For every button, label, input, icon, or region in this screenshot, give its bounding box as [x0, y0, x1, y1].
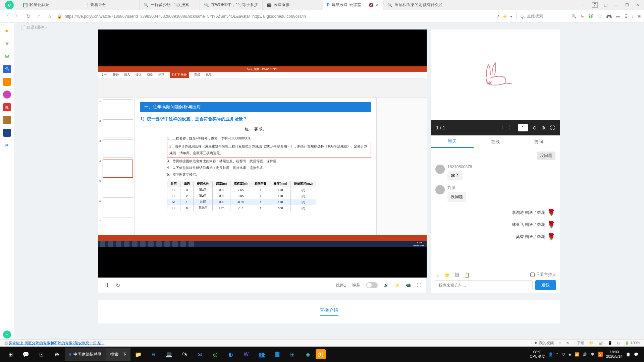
host-only-checkbox[interactable]: 只看主持人: [530, 272, 556, 278]
taskbar-store-icon[interactable]: 🛍: [177, 347, 192, 362]
taskbar-app6-icon[interactable]: 测: [316, 349, 326, 359]
tray-people-icon[interactable]: 👤: [548, 352, 553, 357]
chat-input[interactable]: [435, 280, 533, 290]
cortana-icon[interactable]: 💬: [18, 347, 34, 362]
zoom-in-icon[interactable]: ⊕: [541, 125, 545, 130]
refresh-button[interactable]: ↻: [25, 13, 32, 20]
camera-icon[interactable]: 📹: [406, 283, 411, 288]
my-videos-link[interactable]: ▶ 我的视频: [534, 341, 554, 346]
prev-page-icon[interactable]: 〈: [499, 125, 504, 131]
ext4-icon[interactable]: ⊡: [617, 341, 620, 345]
settings-icon[interactable]: ⚡: [395, 283, 400, 288]
sidebar-app1-icon[interactable]: 讯: [3, 65, 11, 73]
ext-download-icon[interactable]: ↓: [632, 14, 634, 19]
intro-tab[interactable]: 直播介绍: [320, 307, 338, 316]
download-link[interactable]: ↓ 下载: [574, 341, 584, 346]
tab-1[interactable]: 📋轻量化认证: [19, 0, 79, 10]
tray-up-icon[interactable]: ^: [556, 352, 558, 356]
tab-7[interactable]: 🔍压顶和圈梁的定额有什么区: [383, 0, 447, 10]
start-button[interactable]: ⊞: [3, 347, 18, 362]
favorite-button[interactable]: ☆: [46, 13, 53, 20]
ext1-icon[interactable]: 📁: [589, 341, 594, 345]
mute-icon[interactable]: 🔇: [369, 3, 374, 7]
volume-icon[interactable]: 🔊: [384, 283, 389, 288]
tab-3[interactable]: 🔍一行多少磅_百度搜索: [140, 0, 200, 10]
taskbar-search[interactable]: 搜索一下: [106, 348, 130, 361]
taskbar-mail-icon[interactable]: ✉: [192, 347, 208, 362]
tab-2[interactable]: 📄查看评分: [79, 0, 140, 10]
taskbar-ie[interactable]: e中国建筑招聘网: [65, 348, 106, 361]
fullscreen-icon[interactable]: ⛶: [417, 283, 421, 288]
ext-scissors-icon[interactable]: ✂: [581, 14, 585, 19]
window-icon[interactable]: ▢: [602, 3, 608, 7]
refresh-video-button[interactable]: ↻: [116, 282, 120, 289]
sidebar-app6-icon[interactable]: [3, 129, 11, 137]
image-icon[interactable]: 🖼: [454, 272, 459, 278]
tray-sogou-icon[interactable]: S: [598, 352, 603, 357]
taskbar-edge-icon[interactable]: e: [146, 347, 161, 362]
home-button[interactable]: ⌂: [36, 13, 42, 20]
taskbar-360-icon[interactable]: ◎: [208, 347, 223, 362]
ext-grid-icon[interactable]: ⚏: [616, 14, 620, 19]
sidebar-app4-icon[interactable]: 红: [3, 103, 11, 111]
taskbar-app1-icon[interactable]: ◐: [223, 347, 238, 362]
video-area[interactable]: 认证直播 - PowerPoint 文件开始插入设计切换动画幻灯片放映审阅视图 …: [98, 29, 427, 278]
ext-translate-icon[interactable]: 译: [589, 13, 593, 19]
cpu-temp[interactable]: 68°CCPU温度: [530, 350, 545, 359]
close-window-button[interactable]: ✕: [635, 3, 641, 7]
taskbar-devices-icon[interactable]: 💻: [161, 347, 177, 362]
address-bar[interactable]: 🔒 https://live.polyv.cn/watch/718686?use…: [57, 14, 512, 19]
lightning-icon[interactable]: ⚡: [502, 14, 507, 19]
tab-count[interactable]: 7: [592, 2, 598, 8]
taskbar-app3-icon[interactable]: 📘: [269, 347, 285, 362]
menu-icon[interactable]: ≡: [638, 14, 641, 19]
emoji-icon[interactable]: ☺: [435, 272, 439, 278]
taskbar-explorer-icon[interactable]: 📁: [130, 347, 146, 362]
news-icon[interactable]: 📰: [4, 341, 9, 345]
ext3-icon[interactable]: 📱: [608, 341, 612, 345]
ext-game-icon[interactable]: 🎮: [606, 14, 612, 19]
taskbar-clock[interactable]: 18:032020/5/14: [606, 350, 623, 359]
sidebar-star-icon[interactable]: ★: [3, 27, 11, 35]
sidebar-app2-icon[interactable]: 小: [3, 78, 11, 86]
search-box[interactable]: Q. 点此搜索 🔍: [516, 13, 577, 19]
tab-5[interactable]: 🎬云课直播: [263, 0, 323, 10]
tray-volume-icon[interactable]: 🔊: [583, 352, 587, 357]
forward-button[interactable]: 〉: [14, 13, 21, 20]
tab-6-active[interactable]: P建筑云课-云课堂🔇✕: [323, 0, 383, 10]
tab-chat[interactable]: 聊天: [431, 135, 474, 148]
tray-network-icon[interactable]: 📶: [575, 352, 579, 357]
tab-online[interactable]: 在线: [474, 135, 517, 148]
maximize-button[interactable]: ☐: [624, 3, 630, 7]
tray-ime-icon[interactable]: 中: [591, 352, 594, 357]
tab-question[interactable]: 提问: [517, 135, 560, 148]
line-selector[interactable]: 线路1: [336, 283, 346, 288]
ext-shield-icon[interactable]: 🛡: [597, 14, 602, 19]
taskbar-app4-icon[interactable]: ⊞: [285, 347, 300, 362]
taskview-icon[interactable]: ⊡: [34, 347, 49, 362]
tray-shield-icon[interactable]: 🛡: [561, 352, 565, 356]
minimize-button[interactable]: —: [613, 3, 619, 7]
send-button[interactable]: 发送: [535, 280, 556, 290]
chat-messages[interactable]: 没问题 18210500876ok了 刘澳没问题 李鸿涛 赠送了鲜花🌹 林亚飞 …: [431, 148, 560, 269]
sidebar-add-icon[interactable]: +: [3, 330, 11, 339]
next-page-icon[interactable]: 〉: [508, 125, 513, 131]
danmu-toggle[interactable]: [366, 282, 378, 288]
new-tab-button[interactable]: +: [581, 3, 587, 7]
notification-icon[interactable]: 💬: [634, 352, 639, 357]
taskbar-wps-icon[interactable]: W: [238, 347, 254, 362]
browser-logo[interactable]: e: [0, 0, 19, 10]
zoom-out-icon[interactable]: ⊖: [533, 125, 537, 130]
share-icon[interactable]: ↗: [496, 14, 500, 19]
tray-notes-icon[interactable]: 📋: [626, 352, 631, 357]
ext2-icon[interactable]: 📊: [598, 341, 603, 345]
taskbar-app-icon[interactable]: ❋: [49, 347, 64, 362]
pause-button[interactable]: ⏸: [104, 282, 110, 289]
sidebar-app3-icon[interactable]: [3, 90, 11, 99]
expand-icon[interactable]: ⛶: [550, 125, 555, 130]
sidebar-weibo-icon[interactable]: 👁: [3, 40, 11, 48]
tray-app-icon[interactable]: ◈: [569, 352, 571, 357]
sidebar-app7-icon[interactable]: P: [3, 141, 11, 149]
ext-apps-icon[interactable]: ⠿: [624, 14, 628, 19]
search-icon[interactable]: 🔍: [572, 14, 577, 19]
